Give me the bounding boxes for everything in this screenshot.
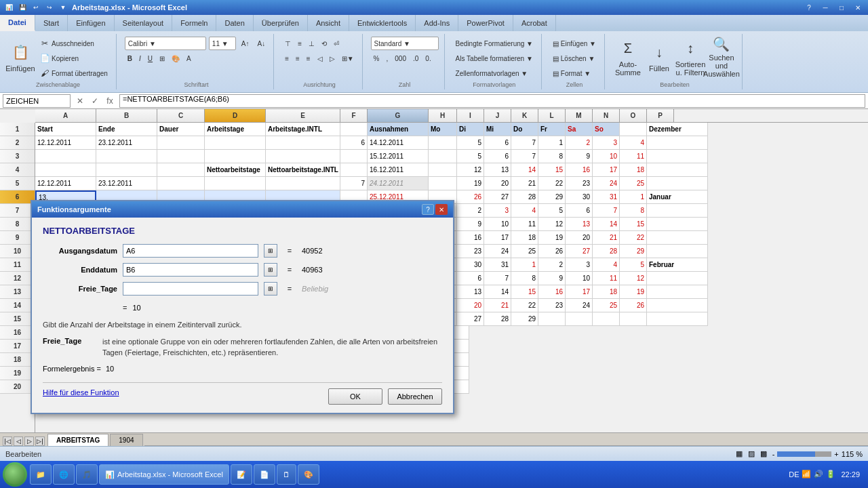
excel-taskbar-icon: 📊	[105, 470, 115, 479]
taskbar-excel[interactable]: 📊 Arbeitstag.xlsx - Microsoft Excel	[99, 464, 229, 485]
ausgangsdatum-picker[interactable]: ⊞	[264, 244, 277, 258]
funktionsargumente-dialog: Funktionsargumente ? ✕ NETTOARBEITSTAGE …	[31, 200, 454, 414]
dialog-arg-desc: Freie_Tage ist eine optionale Gruppe von…	[43, 337, 442, 358]
dialog-fields: Ausgangsdatum A6 ⊞ = 40952 Enddatum B6 ⊞…	[43, 244, 442, 296]
enddatum-value: 40963	[302, 266, 323, 274]
ausgangsdatum-value: 40952	[302, 247, 323, 255]
start-button[interactable]	[3, 462, 27, 487]
ausgangsdatum-label: Ausgangsdatum	[43, 247, 117, 255]
dialog-result-value: 10	[132, 304, 140, 312]
taskbar-onenote[interactable]: 🗒	[277, 464, 296, 485]
taskbar-system-icons: DE 📶 🔊 🔋	[789, 470, 835, 479]
enddatum-input[interactable]: B6	[123, 263, 258, 277]
field-enddatum: Enddatum B6 ⊞ = 40963	[43, 263, 442, 277]
word-icon: 📝	[237, 470, 246, 479]
photoshop-icon: 🎨	[304, 470, 313, 479]
dialog-content: NETTOARBEITSTAGE Ausgangsdatum A6 ⊞ = 40…	[32, 218, 453, 413]
freie-tage-picker[interactable]: ⊞	[264, 282, 277, 296]
dialog-actions: Hilfe für diese Funktion OK Abbrechen	[43, 382, 442, 405]
taskbar-right: DE 📶 🔊 🔋 22:29	[783, 470, 865, 479]
taskbar-winamp[interactable]: 🎵	[76, 464, 98, 485]
dialog-overlay: Funktionsargumente ? ✕ NETTOARBEITSTAGE …	[0, 0, 868, 488]
taskbar-explorer[interactable]: 📁	[30, 464, 52, 485]
taskbar-firefox[interactable]: 🌐	[53, 464, 75, 485]
explorer-icon: 📁	[36, 470, 45, 479]
windows-orb	[5, 464, 25, 485]
onenote-icon: 🗒	[283, 470, 290, 479]
dialog-cancel-btn[interactable]: Abbrechen	[388, 388, 442, 405]
formula-result-value: 10	[106, 365, 114, 373]
language-indicator: DE	[789, 470, 799, 479]
dialog-func-name: NETTOARBEITSTAGE	[43, 226, 442, 236]
taskbar-items: 📁 🌐 🎵 📊 Arbeitstag.xlsx - Microsoft Exce…	[30, 464, 783, 485]
clock-time: 22:29	[841, 470, 860, 479]
dialog-help-btn[interactable]: ?	[422, 204, 434, 215]
enddatum-label: Enddatum	[43, 266, 117, 274]
winamp-icon: 🎵	[82, 470, 92, 479]
dialog-formula-result: Formelergebnis = 10	[43, 365, 442, 373]
freie-tage-value: Beliebig	[302, 285, 328, 293]
ausgangsdatum-input[interactable]: A6	[123, 244, 258, 258]
freie-tage-input[interactable]	[123, 282, 258, 296]
dialog-description: Gibt die Anzahl der Arbeitstage in einem…	[43, 320, 442, 330]
taskbar-photoshop[interactable]: 🎨	[298, 464, 319, 485]
enddatum-picker[interactable]: ⊞	[264, 263, 277, 277]
volume-icon: 🔊	[814, 470, 823, 479]
dialog-ok-btn[interactable]: OK	[328, 388, 382, 405]
acrobat-icon: 📄	[260, 470, 269, 479]
field-freie-tage: Freie_Tage ⊞ = Beliebig	[43, 282, 442, 296]
dialog-title-bar: Funktionsargumente ? ✕	[32, 201, 453, 218]
dialog-overall-result: = 10	[43, 304, 442, 312]
system-clock[interactable]: 22:29	[841, 470, 860, 479]
battery-icon: 🔋	[826, 470, 835, 479]
firefox-icon: 🌐	[59, 470, 68, 479]
dialog-help-link[interactable]: Hilfe für diese Funktion	[43, 388, 119, 405]
dialog-close-btn[interactable]: ✕	[435, 204, 448, 215]
taskbar: 📁 🌐 🎵 📊 Arbeitstag.xlsx - Microsoft Exce…	[0, 461, 868, 488]
formula-result-label: Formelergebnis =	[43, 365, 101, 373]
dialog-controls: ? ✕	[422, 204, 448, 215]
arg-description: ist eine optionale Gruppe von ein oder m…	[102, 337, 442, 358]
excel-taskbar-label: Arbeitstag.xlsx - Microsoft Excel	[117, 470, 223, 479]
taskbar-word[interactable]: 📝	[231, 464, 252, 485]
taskbar-acrobat[interactable]: 📄	[254, 464, 275, 485]
dialog-title: Funktionsargumente	[37, 205, 111, 214]
network-icon: 📶	[802, 470, 811, 479]
arg-name: Freie_Tage	[43, 337, 97, 358]
field-ausgangsdatum: Ausgangsdatum A6 ⊞ = 40952	[43, 244, 442, 258]
freie-tage-label: Freie_Tage	[43, 285, 117, 293]
